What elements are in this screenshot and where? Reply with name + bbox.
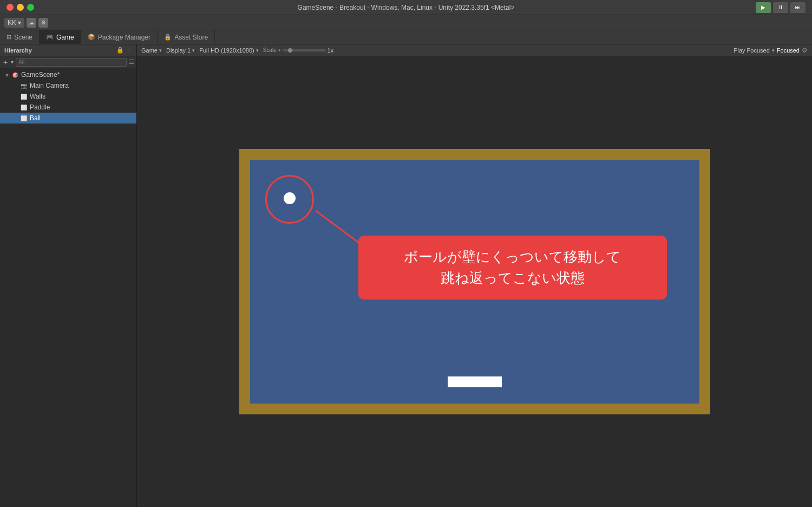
scale-value: 1x [328,47,334,54]
chevron-down-icon: ▾ [772,48,775,53]
settings-icon[interactable]: ⚙ [802,47,808,54]
focused-badge: Focused [777,47,800,54]
hierarchy-title: Hierarchy [4,47,32,54]
game-tab-icon: 🎮 [46,34,54,41]
walls-icon: ⬜ [19,94,28,100]
resolution-dropdown[interactable]: Full HD (1920x1080) ▾ [199,47,259,54]
tab-asset-store[interactable]: 🔒 Asset Store [158,30,215,44]
gamescene-icon: 🎯 [11,72,19,78]
game-area: Game ▾ Display 1 ▾ Full HD (1920x1080) ▾… [137,44,812,507]
annotation-circle [265,175,314,224]
resolution-label: Full HD (1920x1080) [199,47,254,54]
pause-button[interactable]: ⏸ [773,2,788,13]
play-focused-group: Play Focused ▾ Focused ⚙ [734,47,808,54]
minimize-button[interactable] [17,4,24,11]
game-view-toolbar: Game ▾ Display 1 ▾ Full HD (1920x1080) ▾… [137,44,812,56]
arrow-icon: ▼ [4,72,11,78]
scene-tab-icon: ⊞ [6,34,11,41]
account-label: KK [8,19,16,27]
ball-icon: ⬜ [19,115,28,121]
walls-label: Walls [30,93,45,100]
hierarchy-toolbar: + ▾ ☰ [0,56,136,68]
scale-slider-handle [288,48,292,53]
cloud-icon[interactable]: ☁ [27,18,36,28]
game-viewport: ボールが壁にくっついて移動して 跳ね返ってこない状態 [137,56,812,507]
window-title: GameScene - Breakout - Windows, Mac, Lin… [298,4,515,11]
paddle-icon: ⬜ [19,105,28,110]
gamescene-label: GameScene* [21,71,60,79]
editor-tabs: ⊞ Scene 🎮 Game 📦 Package Manager 🔒 Asset… [0,30,812,44]
main-toolbar: KK ▾ ☁ ⚙ [0,15,812,30]
callout-line1: ボールが壁にくっついて移動して [404,249,621,265]
chevron-down-small-icon: ▾ [11,59,14,65]
titlebar: GameScene - Breakout - Windows, Mac, Lin… [0,0,812,15]
hierarchy-item-walls[interactable]: ⬜ Walls [0,91,136,102]
game-canvas-outer: ボールが壁にくっついて移動して 跳ね返ってこない状態 [239,149,710,414]
ball-label: Ball [30,114,41,122]
hierarchy-item-gamescene[interactable]: ▼ 🎯 GameScene* [0,69,136,80]
paddle-object [448,376,502,387]
filter-icon[interactable]: ☰ [129,58,134,66]
scale-label: Scale [263,47,277,53]
tab-scene-label: Scene [14,34,32,41]
hierarchy-item-paddle[interactable]: ⬜ Paddle [0,102,136,113]
hierarchy-panel: Hierarchy 🔒 ⋮ + ▾ ☰ ▼ 🎯 GameScene* 📷 M [0,44,137,507]
main-layout: Hierarchy 🔒 ⋮ + ▾ ☰ ▼ 🎯 GameScene* 📷 M [0,44,812,507]
play-focused-label: Play Focused [734,47,770,54]
account-dropdown[interactable]: KK ▾ [4,18,24,28]
tab-asset-store-label: Asset Store [174,34,208,41]
tab-package-label: Package Manager [98,34,150,41]
display-dropdown[interactable]: Display 1 ▾ [166,47,195,54]
lock-icon[interactable]: 🔒 [116,47,124,54]
hierarchy-header-icons: 🔒 ⋮ [116,47,132,54]
callout-line2: 跳ね返ってこない状態 [441,270,585,286]
window-controls[interactable] [6,4,34,11]
chevron-down-icon: ▾ [192,48,195,53]
close-button[interactable] [6,4,14,11]
circle-icon: ● [278,48,281,53]
callout-box: ボールが壁にくっついて移動して 跳ね返ってこない状態 [358,236,667,300]
hierarchy-item-ball[interactable]: ⬜ Ball [0,113,136,123]
game-canvas: ボールが壁にくっついて移動して 跳ね返ってこない状態 [250,160,699,404]
camera-icon: 📷 [19,83,28,89]
tab-scene[interactable]: ⊞ Scene [0,30,40,44]
display-label: Display 1 [166,47,191,54]
maximize-button[interactable] [27,4,34,11]
hierarchy-item-main-camera[interactable]: 📷 Main Camera [0,80,136,91]
add-hierarchy-button[interactable]: + [2,58,9,67]
game-dropdown[interactable]: Game ▾ [141,47,162,54]
chevron-down-icon: ▾ [256,48,259,53]
tab-game[interactable]: 🎮 Game [40,30,81,44]
account-group: KK ▾ ☁ ⚙ [4,18,48,28]
chevron-down-icon: ▾ [18,19,21,27]
gear-icon[interactable]: ⚙ [38,18,48,28]
game-label: Game [141,47,158,54]
hierarchy-header: Hierarchy 🔒 ⋮ [0,44,136,56]
asset-store-tab-icon: 🔒 [164,34,172,41]
hierarchy-tree: ▼ 🎯 GameScene* 📷 Main Camera ⬜ Walls ⬜ P… [0,68,136,507]
paddle-label: Paddle [30,103,50,111]
chevron-down-icon: ▾ [159,48,162,53]
more-icon[interactable]: ⋮ [126,47,132,54]
callout-text: ボールが壁にくっついて移動して 跳ね返ってこない状態 [375,246,651,289]
step-button[interactable]: ⏭ [790,2,806,13]
main-camera-label: Main Camera [30,82,69,89]
playmode-controls: ▶ ⏸ ⏭ [756,2,806,13]
package-tab-icon: 📦 [88,34,95,41]
play-button[interactable]: ▶ [756,2,771,13]
hierarchy-search[interactable] [16,58,127,67]
tab-game-label: Game [56,34,74,41]
scale-control: Scale ● 1x [263,47,333,54]
scale-slider[interactable] [283,49,326,51]
tab-package-manager[interactable]: 📦 Package Manager [81,30,158,44]
